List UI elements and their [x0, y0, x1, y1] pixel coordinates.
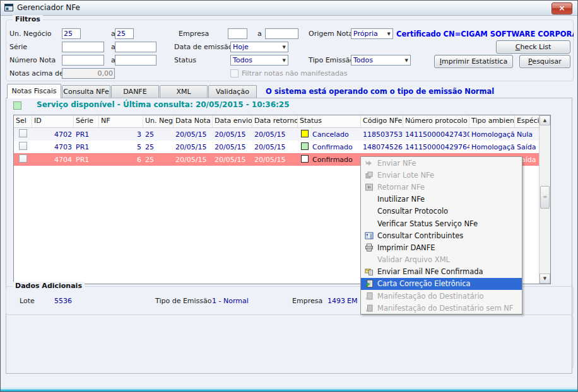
- menu-item-enviar-email-nfe[interactable]: Enviar Email NFe Confirmada: [361, 266, 522, 278]
- scrollbar-thumb[interactable]: ≡: [540, 186, 550, 209]
- scroll-up-button[interactable]: ▲: [540, 115, 550, 125]
- context-menu: Enviar NFe Enviar Lote NFe Retornar NFe …: [360, 156, 522, 314]
- numero-nota-to-input[interactable]: [115, 55, 156, 66]
- menu-item-enviar-lote-nfe: Enviar Lote NFe: [361, 169, 522, 181]
- un-negocio-to-input[interactable]: [115, 28, 134, 39]
- menu-item-enviar-nfe: Enviar NFe: [361, 157, 522, 169]
- table-row[interactable]: 4703 PR1 5 25 20/05/15 20/05/15 20/05/15…: [14, 141, 550, 153]
- menu-item-manifestacao-destinatario: Manifestação do Destinatário: [361, 290, 522, 302]
- numero-nota-from-input[interactable]: [62, 55, 104, 66]
- table-header: Sel ID Série NF Un. Neg. Data Nota Data …: [14, 115, 550, 128]
- col-header-sel[interactable]: Sel: [14, 115, 32, 127]
- col-header-data-nota[interactable]: Data Nota: [174, 115, 213, 127]
- contacts-icon: [361, 231, 377, 240]
- notas-acima-label: Notas acima de: [9, 68, 64, 79]
- chevron-down-icon: ▼: [387, 32, 392, 37]
- chevron-down-icon: ▼: [283, 45, 288, 50]
- menu-item-inutilizar-nfe[interactable]: Inutilizar NFe: [361, 193, 522, 205]
- col-header-numero-protocolo[interactable]: Número protocolo: [403, 115, 469, 127]
- serie-from-input[interactable]: [62, 42, 104, 52]
- vertical-scrollbar[interactable]: ▲ ≡ ▼: [539, 115, 550, 284]
- origem-nota-label: Origem Nota: [309, 28, 353, 39]
- table-row[interactable]: 4702 PR1 3 25 20/05/15 20/05/15 20/05/15…: [14, 128, 550, 141]
- tab-validacao-xml[interactable]: Validação XML: [208, 85, 257, 98]
- empresa-to-input[interactable]: [265, 28, 298, 39]
- row-checkbox[interactable]: [19, 142, 27, 150]
- notas-acima-input: [62, 68, 115, 79]
- imprimir-estatistica-button[interactable]: Imprimir Estatística: [434, 55, 513, 68]
- col-header-status[interactable]: Status: [298, 115, 361, 127]
- col-header-un-neg[interactable]: Un. Neg.: [143, 115, 174, 127]
- menu-item-manifestacao-sem-nf: Manifestação do Destinatário sem NF: [361, 302, 522, 314]
- tipo-emissao-select[interactable]: Todos ▼: [351, 55, 411, 66]
- empresa-label: Empresa: [179, 28, 209, 39]
- data-emissao-label: Data de emissão: [174, 42, 232, 52]
- certificado-text: Certificado CN=CIGAM SOFTWARE CORPORATIV: [396, 30, 574, 38]
- status-filter-value: Todos: [233, 56, 252, 64]
- col-header-data-retorno[interactable]: Data retorno: [252, 115, 298, 127]
- lote-value: 5536: [54, 297, 72, 305]
- close-icon: ×: [558, 4, 565, 13]
- data-emissao-value: Hoje: [233, 43, 249, 51]
- dados-adicionais-label: Dados Adicionais: [13, 282, 85, 290]
- filtrar-nao-manifestadas-label: Filtrar notas não manifestadas: [242, 68, 348, 79]
- numero-nota-label: Número Nota: [9, 55, 56, 66]
- col-header-id[interactable]: ID: [32, 115, 74, 127]
- gerenciador-nfe-window: Gerenciador NFe × Filtros Un. Negócio a …: [0, 0, 578, 392]
- filtros-group-label: Filtros: [13, 15, 43, 23]
- col-header-serie[interactable]: Série: [74, 115, 99, 127]
- col-header-tipo-ambiente[interactable]: Tipo ambiente: [469, 115, 515, 127]
- carta-correcao-icon: [361, 279, 377, 288]
- menu-item-imprimir-danfe[interactable]: Imprimir DANFE: [361, 241, 522, 253]
- status-filter-select[interactable]: Todos ▼: [230, 55, 288, 66]
- col-header-data-envio[interactable]: Data envio: [213, 115, 252, 127]
- printer-icon: [361, 243, 377, 252]
- col-header-codigo-nfe[interactable]: Código NFe: [361, 115, 403, 127]
- origem-nota-value: Própria: [353, 30, 378, 38]
- col-header-especie[interactable]: Espécie: [515, 115, 541, 127]
- scroll-down-button[interactable]: ▼: [540, 274, 550, 284]
- menu-item-verificar-status-servico[interactable]: Verificar Status Serviço NFe: [361, 217, 522, 229]
- data-emissao-select[interactable]: Hoje ▼: [230, 42, 288, 52]
- send-lote-icon: [361, 171, 377, 180]
- scroll-down-icon: ▼: [543, 276, 546, 281]
- manifest-icon: [361, 292, 377, 301]
- manifest-sem-nf-icon: [361, 304, 377, 313]
- title-bar: Gerenciador NFe ×: [1, 1, 577, 16]
- range-sep-label: a: [257, 28, 262, 39]
- chevron-down-icon: ▼: [283, 58, 288, 63]
- status-square-green: [301, 142, 309, 150]
- check-list-button[interactable]: Check List: [496, 40, 570, 54]
- menu-item-carta-correcao[interactable]: Carta Correção Eletrônica: [361, 278, 522, 290]
- tab-danfe[interactable]: DANFE: [111, 85, 159, 98]
- window-title: Gerenciador NFe: [17, 3, 80, 12]
- close-button[interactable]: ×: [551, 3, 572, 14]
- tab-notas-fiscais[interactable]: Notas Fiscais: [7, 84, 61, 98]
- tab-xml[interactable]: XML: [160, 85, 208, 98]
- row-checkbox[interactable]: [19, 129, 27, 137]
- col-header-nf[interactable]: NF: [99, 115, 143, 127]
- pesquisar-button[interactable]: Pesquisar: [519, 55, 570, 68]
- service-status-icon: [13, 101, 21, 110]
- email-icon: [361, 267, 377, 276]
- status-square-white: [301, 155, 309, 163]
- empresa-da-label: Empresa: [292, 297, 322, 305]
- app-icon: [4, 3, 14, 13]
- tipo-emissao-value: Todos: [353, 56, 373, 64]
- empresa-da-value: 1493: [327, 297, 345, 305]
- operating-mode-message: O sistema está operando com o tipo de em…: [266, 87, 494, 96]
- tab-consulta-nfe[interactable]: Consulta NFe: [62, 85, 110, 98]
- menu-item-consultar-contribuintes[interactable]: Consultar Contribuintes: [361, 229, 522, 241]
- empresa-from-input[interactable]: [228, 28, 247, 39]
- tipo-emissao-label: Tipo de Emissão: [155, 297, 212, 305]
- row-checkbox[interactable]: [19, 154, 27, 163]
- origem-nota-select[interactable]: Própria ▼: [351, 28, 393, 39]
- empresa-da-nome: EM: [347, 297, 357, 305]
- menu-item-consultar-protocolo[interactable]: Consultar Protocolo: [361, 205, 522, 217]
- scroll-up-icon: ▲: [543, 118, 546, 123]
- tipo-emissao-value: 1 - Normal: [212, 297, 249, 305]
- serie-to-input[interactable]: [115, 42, 156, 52]
- un-negocio-from-input[interactable]: [62, 28, 81, 39]
- service-status-message: Serviço disponível - Última consulta: 20…: [37, 100, 290, 109]
- serie-label: Série: [9, 42, 27, 52]
